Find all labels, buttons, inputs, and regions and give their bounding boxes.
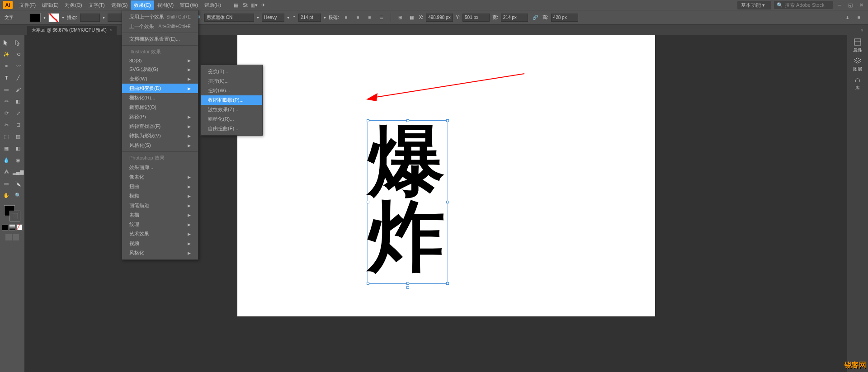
submenu-pucker-bloat[interactable]: 收缩和膨胀(P)...	[201, 95, 262, 105]
arrange-icon[interactable]: ▥▾	[250, 0, 259, 9]
panel-libraries[interactable]: 库	[854, 76, 862, 91]
tool-magic-wand[interactable]: ✨	[0, 49, 12, 60]
color-mode-swatches[interactable]: ╱	[2, 224, 23, 231]
tool-width[interactable]: ✂	[0, 119, 12, 130]
tabbar-close-button[interactable]: ×	[861, 28, 863, 33]
tool-perspective[interactable]: ▨	[12, 131, 24, 142]
menu-blur[interactable]: 模糊▶	[122, 191, 198, 201]
menu-brush-strokes[interactable]: 画笔描边▶	[122, 201, 198, 210]
tool-selection[interactable]	[0, 37, 12, 48]
submenu-transform[interactable]: 变换(T)...	[201, 67, 262, 76]
menu-last-effect[interactable]: 上一个效果Alt+Shift+Ctrl+E	[122, 22, 198, 31]
menu-window[interactable]: 窗口(W)	[177, 0, 201, 10]
menu-select[interactable]: 选择(S)	[108, 0, 131, 10]
stroke-swatch[interactable]	[48, 13, 59, 22]
link-wh-icon[interactable]: 🔗	[531, 13, 540, 22]
font-weight-input[interactable]	[262, 14, 284, 22]
menu-effect-gallery[interactable]: 效果画廊...	[122, 163, 198, 172]
submenu-zigzag[interactable]: 波纹效果(Z)...	[201, 105, 262, 114]
artboard[interactable]: 爆炸	[237, 35, 655, 316]
menu-svg-filters[interactable]: SVG 滤镜(G)▶	[122, 65, 198, 74]
tool-curvature[interactable]: 〰	[12, 61, 24, 71]
menu-stylize-ps[interactable]: 风格化▶	[122, 248, 198, 258]
menu-pixelate[interactable]: 像素化▶	[122, 172, 198, 182]
tool-hand[interactable]: ✋	[0, 190, 12, 201]
tool-type[interactable]: T	[0, 72, 12, 83]
menu-file[interactable]: 文件(F)	[16, 0, 39, 10]
tool-lasso[interactable]: ⟲	[12, 49, 24, 60]
panel-layers[interactable]: 图层	[853, 57, 862, 72]
menu-object[interactable]: 对象(O)	[62, 0, 85, 10]
width-input[interactable]	[501, 14, 528, 22]
submenu-roughen[interactable]: 粗糙化(R)...	[201, 114, 262, 124]
tool-artboard[interactable]: ▭	[0, 178, 12, 189]
menu-apply-last-effect[interactable]: 应用上一个效果Shift+Ctrl+E	[122, 12, 198, 22]
menu-doc-raster-settings[interactable]: 文档栅格效果设置(E)...	[122, 34, 198, 44]
menu-3d[interactable]: 3D(3)▶	[122, 57, 198, 65]
menu-distort-ps[interactable]: 扭曲▶	[122, 182, 198, 191]
tool-rectangle[interactable]: ▭	[0, 84, 12, 95]
menu-stylize-ai[interactable]: 风格化(S)▶	[122, 141, 198, 150]
menu-effect[interactable]: 效果(C)	[131, 0, 154, 10]
menu-crop-marks[interactable]: 裁剪标记(O)	[122, 103, 198, 112]
workspace-switcher[interactable]: 基本功能 ▾	[737, 1, 771, 9]
menu-pathfinder[interactable]: 路径查找器(F)▶	[122, 122, 198, 131]
fill-stroke-control[interactable]	[4, 205, 20, 221]
window-minimize[interactable]: ─	[835, 1, 844, 9]
tool-slice[interactable]: 🔪	[12, 178, 24, 189]
tool-rotate[interactable]: ⟳	[0, 108, 12, 118]
tool-direct-select[interactable]	[12, 37, 24, 48]
menu-rasterize[interactable]: 栅格化(R)...	[122, 93, 198, 103]
window-close[interactable]: ✕	[857, 1, 865, 9]
screen-mode[interactable]	[5, 234, 19, 240]
transform-icon[interactable]: ⊞	[396, 13, 405, 22]
menu-edit[interactable]: 编辑(E)	[39, 0, 62, 10]
tool-eyedropper[interactable]: 💧	[0, 155, 12, 165]
bridge-icon[interactable]: ▦	[231, 0, 241, 9]
font-family-input[interactable]	[204, 14, 254, 22]
tool-pen[interactable]: ✒	[0, 61, 12, 71]
menu-convert-shape[interactable]: 转换为形状(V)▶	[122, 131, 198, 141]
submenu-tweak[interactable]: 扭拧(K)...	[201, 76, 262, 86]
anchor-point-icon[interactable]: ▦	[407, 13, 416, 22]
tool-shaper[interactable]: ✏	[0, 96, 12, 107]
font-size-input[interactable]	[298, 14, 321, 22]
stroke-weight-input[interactable]	[80, 14, 100, 22]
pin-icon[interactable]: ⊥	[843, 13, 852, 22]
panel-menu-icon[interactable]: ≡	[854, 13, 863, 22]
search-stock[interactable]: 🔍 搜索 Adobe Stock	[774, 1, 833, 9]
panel-properties[interactable]: 属性	[853, 38, 862, 53]
tool-eraser[interactable]: ◧	[12, 96, 24, 107]
tool-shape-builder[interactable]: ⬚	[0, 131, 12, 142]
justify-icon[interactable]: ≣	[377, 13, 386, 22]
menu-artistic[interactable]: 艺术效果▶	[122, 229, 198, 239]
gpu-icon[interactable]: ✈	[259, 0, 268, 9]
fill-swatch[interactable]	[30, 13, 41, 22]
menu-path[interactable]: 路径(P)▶	[122, 112, 198, 122]
tool-blend[interactable]: ◉	[12, 155, 24, 165]
tool-symbol-sprayer[interactable]: ⁂	[0, 166, 12, 177]
submenu-twist[interactable]: 扭转(W)...	[201, 86, 262, 95]
align-right-icon[interactable]: ≡	[365, 13, 374, 22]
text-outport-handle[interactable]	[406, 286, 409, 289]
stock-icon[interactable]: St	[241, 0, 250, 9]
menu-video[interactable]: 视频▶	[122, 239, 198, 248]
menu-texture[interactable]: 纹理▶	[122, 220, 198, 229]
menu-type[interactable]: 文字(T)	[85, 0, 108, 10]
window-restore[interactable]: ◱	[846, 1, 854, 9]
menu-sketch[interactable]: 素描▶	[122, 210, 198, 220]
tool-line[interactable]: ╱	[12, 72, 24, 83]
tool-zoom[interactable]: 🔍	[12, 190, 24, 201]
tool-paintbrush[interactable]: 🖌	[12, 84, 24, 95]
menu-view[interactable]: 视图(V)	[154, 0, 177, 10]
menu-help[interactable]: 帮助(H)	[201, 0, 224, 10]
y-input[interactable]	[462, 14, 490, 22]
tool-free-transform[interactable]: ⊡	[12, 119, 24, 130]
tool-mesh[interactable]: ▦	[0, 143, 12, 154]
tool-gradient[interactable]: ◧	[12, 143, 24, 154]
document-tab[interactable]: 大寒.ai @ 66.67% (CMYK/GPU 预览) ×	[27, 26, 117, 35]
height-input[interactable]	[551, 14, 578, 22]
x-input[interactable]	[426, 14, 453, 22]
menu-distort-transform[interactable]: 扭曲和变换(D)▶	[122, 84, 198, 93]
menu-warp[interactable]: 变形(W)▶	[122, 74, 198, 84]
